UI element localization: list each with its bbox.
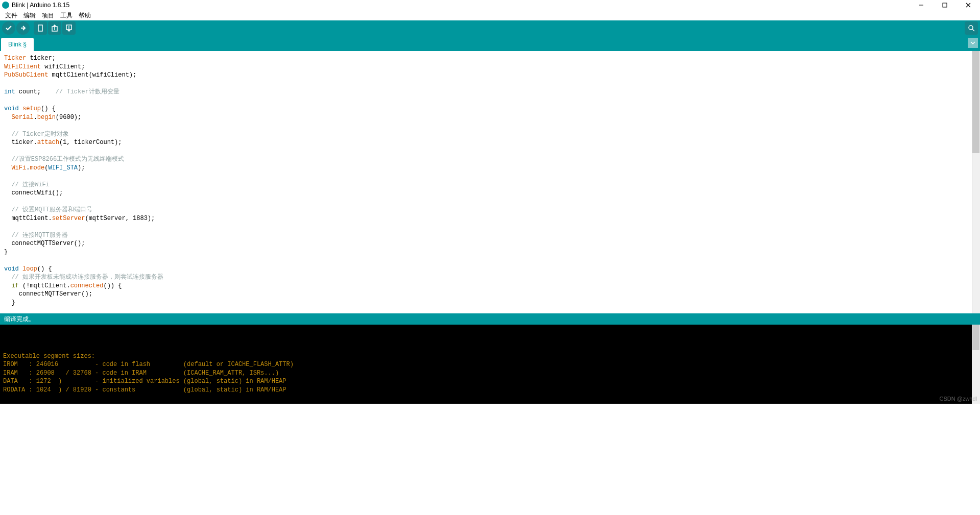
titlebar: Blink | Arduino 1.8.15 (0, 0, 980, 10)
arduino-app-icon (2, 2, 9, 9)
code-token: mqttClient(wifiClient); (48, 71, 136, 79)
code-editor[interactable]: Ticker ticker; WiFiClient wifiClient; Pu… (0, 51, 972, 313)
verify-button[interactable] (2, 21, 15, 35)
code-token (4, 181, 11, 188)
menubar: 文件 编辑 项目 工具 帮助 (0, 10, 980, 20)
tab-blink[interactable]: Blink § (1, 38, 34, 51)
code-token (4, 114, 11, 121)
watermark: CSDN @zwhdl (939, 396, 977, 402)
console-line: DATA : 1272 ) - initialized variables (g… (3, 378, 286, 385)
window-title: Blink | Arduino 1.8.15 (12, 2, 69, 9)
code-token: begin (37, 114, 56, 121)
code-token: mqttClient. (4, 215, 52, 222)
code-token: void (4, 105, 19, 112)
toolbar (0, 20, 980, 36)
console-line: IROM : 246016 - code in flash (default o… (3, 361, 294, 368)
console-line: RODATA : 1024 ) / 81920 - constants (glo… (3, 386, 286, 394)
code-token: () { (37, 265, 52, 273)
tabbar: Blink § (0, 36, 980, 51)
code-token: (9600); (56, 114, 81, 121)
code-token (4, 282, 11, 289)
code-token: } (4, 299, 15, 306)
console-scroll-thumb[interactable] (972, 325, 979, 350)
code-token (4, 156, 11, 163)
code-token: // 连接WiFi (11, 181, 49, 188)
editor-area: Ticker ticker; WiFiClient wifiClient; Pu… (0, 51, 980, 313)
code-token (4, 131, 11, 138)
code-token (19, 105, 22, 112)
status-bar: 编译完成。 (0, 313, 980, 325)
menu-file[interactable]: 文件 (2, 11, 20, 20)
menu-sketch[interactable]: 项目 (39, 11, 57, 20)
code-token: loop (22, 265, 37, 273)
code-token: count; (15, 88, 56, 95)
code-token: WIFI_STA (48, 164, 78, 171)
console-line: IRAM : 26908 / 32768 - code in IRAM (ICA… (3, 370, 279, 377)
code-token (4, 206, 11, 213)
code-token: if (11, 282, 18, 289)
svg-point-7 (969, 26, 973, 30)
code-token: PubSubClient (4, 71, 48, 79)
code-token: () { (41, 105, 56, 112)
svg-rect-4 (38, 25, 42, 31)
status-text: 编译完成。 (4, 315, 35, 324)
code-token (19, 265, 22, 273)
code-token: //设置ESP8266工作模式为无线终端模式 (11, 156, 124, 163)
code-token: connectWifi(); (4, 189, 63, 197)
code-token: connectMQTTServer(); (4, 290, 92, 298)
editor-scroll-thumb[interactable] (972, 51, 979, 153)
save-button[interactable] (62, 21, 76, 35)
maximize-button[interactable] (933, 0, 957, 10)
code-token: ticker. (4, 139, 37, 146)
code-token: // Ticker计数用变量 (56, 88, 119, 95)
new-button[interactable] (34, 21, 47, 35)
code-token: void (4, 265, 19, 273)
code-token: Serial (11, 114, 33, 121)
code-token: setup (22, 105, 41, 112)
console-output[interactable]: Executable segment sizes: IROM : 246016 … (0, 325, 972, 404)
code-token: } (4, 249, 8, 256)
code-token: // 连接MQTT服务器 (11, 232, 67, 239)
code-token: WiFiClient (4, 63, 41, 70)
editor-scrollbar[interactable] (972, 51, 980, 313)
code-token: setServer (52, 215, 85, 222)
code-token: connectMQTTServer(); (4, 240, 85, 247)
code-token: // Ticker定时对象 (11, 131, 69, 138)
minimize-button[interactable] (910, 0, 933, 10)
svg-line-8 (972, 29, 974, 31)
code-token: int (4, 88, 15, 95)
code-token: // 如果开发板未能成功连接服务器，则尝试连接服务器 (11, 274, 163, 281)
code-token: connected (70, 282, 104, 289)
svg-rect-1 (943, 3, 947, 7)
upload-button[interactable] (16, 21, 30, 35)
serial-monitor-button[interactable] (965, 21, 978, 35)
code-token: (1, tickerCount); (59, 139, 122, 146)
code-token: ticker; (26, 55, 56, 62)
menu-edit[interactable]: 编辑 (20, 11, 39, 20)
code-token: mode (30, 164, 44, 171)
console-line: Executable segment sizes: (3, 353, 95, 360)
close-button[interactable] (957, 0, 980, 10)
menu-tools[interactable]: 工具 (57, 11, 76, 20)
code-token (4, 274, 11, 281)
window-controls (910, 0, 980, 10)
code-token: // 设置MQTT服务器和端口号 (11, 206, 92, 213)
code-token: wifiClient; (41, 63, 85, 70)
open-button[interactable] (48, 21, 61, 35)
tab-menu-button[interactable] (968, 38, 978, 48)
console-scrollbar[interactable] (972, 325, 980, 404)
code-token: attach (37, 139, 59, 146)
code-token: ); (78, 164, 85, 171)
code-token (4, 232, 11, 239)
menu-help[interactable]: 帮助 (76, 11, 94, 20)
code-token: (mqttServer, 1883); (85, 215, 155, 222)
code-token: . (34, 114, 37, 121)
console-area: Executable segment sizes: IROM : 246016 … (0, 325, 980, 404)
code-token: (!mqttClient. (19, 282, 70, 289)
code-token: ()) { (103, 282, 122, 289)
code-token (4, 164, 11, 171)
code-token: WiFi (11, 164, 26, 171)
code-token: Ticker (4, 55, 26, 62)
